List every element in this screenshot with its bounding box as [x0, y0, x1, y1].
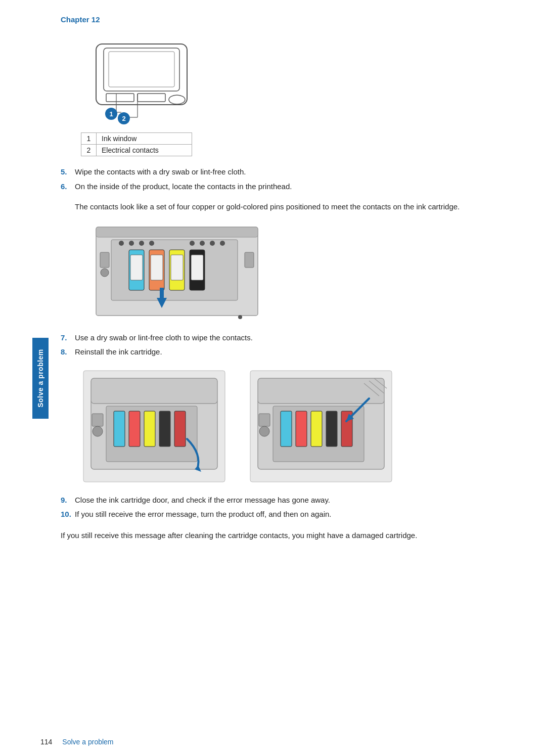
svg-point-24 [220, 241, 225, 246]
svg-point-18 [129, 241, 134, 246]
svg-rect-2 [109, 52, 174, 87]
svg-point-5 [169, 95, 185, 104]
svg-point-23 [210, 241, 215, 246]
chapter-heading: Chapter 12 [61, 15, 516, 24]
footer-chapter-link: Solve a problem [62, 738, 113, 746]
step-8-num: 8. [61, 346, 75, 358]
step-5: 5. Wipe the contacts with a dry swab or … [61, 166, 516, 178]
svg-point-65 [259, 426, 269, 436]
main-content: Chapter 12 1 2 [20, 0, 546, 572]
step-10-text: If you still receive the error message, … [75, 509, 516, 520]
step-7-num: 7. [61, 332, 75, 344]
svg-point-22 [200, 241, 205, 246]
step-5-text: Wipe the contacts with a dry swab or lin… [75, 166, 516, 178]
step-6: 6. On the inside of the product, locate … [61, 181, 516, 193]
svg-rect-54 [281, 411, 292, 447]
svg-point-17 [119, 241, 124, 246]
step-5-num: 5. [61, 166, 75, 178]
step-6-sub: The contacts look like a set of four cop… [75, 201, 516, 213]
printer-top-diagram: 1 2 [81, 34, 202, 125]
svg-rect-30 [151, 255, 163, 280]
page-footer: 114 Solve a problem [0, 738, 546, 746]
svg-rect-31 [171, 255, 183, 280]
reinstall-image-left [81, 368, 228, 484]
svg-text:1: 1 [109, 110, 113, 118]
printer-diagram-section: 1 2 1 Ink window 2 Electrical contacts [81, 34, 516, 156]
svg-rect-46 [174, 411, 186, 447]
svg-rect-43 [129, 411, 140, 447]
svg-rect-44 [144, 411, 155, 447]
svg-rect-57 [326, 411, 337, 447]
svg-rect-4 [138, 94, 165, 102]
closing-paragraph: If you still receive this message after … [61, 529, 475, 542]
svg-rect-42 [114, 411, 125, 447]
svg-rect-56 [311, 411, 322, 447]
legend-num-2: 2 [81, 145, 97, 156]
svg-point-21 [190, 241, 195, 246]
reinstall-image-right [248, 368, 394, 484]
svg-rect-48 [92, 414, 103, 426]
step-6-num: 6. [61, 181, 75, 193]
svg-rect-34 [100, 252, 109, 268]
legend-label-1: Ink window [97, 133, 192, 145]
svg-rect-55 [296, 411, 307, 447]
svg-point-49 [93, 426, 103, 436]
step-9-text: Close the ink cartridge door, and check … [75, 495, 516, 506]
legend-table: 1 Ink window 2 Electrical contacts [81, 132, 192, 156]
step-7: 7. Use a dry swab or lint-free cloth to … [61, 332, 516, 344]
step-9: 9. Close the ink cartridge door, and che… [61, 495, 516, 506]
step-10: 10. If you still receive the error messa… [61, 509, 516, 520]
svg-rect-45 [159, 411, 170, 447]
svg-rect-40 [91, 378, 217, 404]
step-8-text: Reinstall the ink cartridge. [75, 346, 516, 358]
svg-rect-29 [130, 255, 143, 280]
legend-row-2: 2 Electrical contacts [81, 145, 192, 156]
printhead-diagram [91, 222, 263, 323]
svg-rect-15 [96, 227, 258, 237]
legend-label-2: Electrical contacts [97, 145, 192, 156]
svg-rect-64 [259, 414, 270, 426]
step-6-text: On the inside of the product, locate the… [75, 181, 516, 193]
step-7-text: Use a dry swab or lint-free cloth to wip… [75, 332, 516, 344]
steps-list-c: 9. Close the ink cartridge door, and che… [61, 495, 516, 520]
svg-point-37 [238, 315, 242, 319]
step-9-num: 9. [61, 495, 75, 506]
svg-point-19 [139, 241, 144, 246]
svg-rect-52 [258, 378, 384, 404]
svg-point-20 [149, 241, 154, 246]
svg-text:2: 2 [122, 115, 125, 122]
svg-rect-1 [104, 48, 179, 91]
svg-point-35 [101, 269, 109, 277]
steps-list-b: 7. Use a dry swab or lint-free cloth to … [61, 332, 516, 358]
svg-rect-36 [245, 252, 254, 268]
step-8: 8. Reinstall the ink cartridge. [61, 346, 516, 358]
step-10-num: 10. [61, 509, 75, 520]
footer-page-number: 114 [40, 738, 52, 746]
legend-row-1: 1 Ink window [81, 133, 192, 145]
sidebar-tab: Solve a problem [32, 338, 49, 419]
svg-rect-3 [106, 94, 134, 102]
svg-rect-32 [191, 255, 203, 280]
steps-list-a: 5. Wipe the contacts with a dry swab or … [61, 166, 516, 192]
reinstall-images-row [81, 368, 516, 484]
legend-num-1: 1 [81, 133, 97, 145]
